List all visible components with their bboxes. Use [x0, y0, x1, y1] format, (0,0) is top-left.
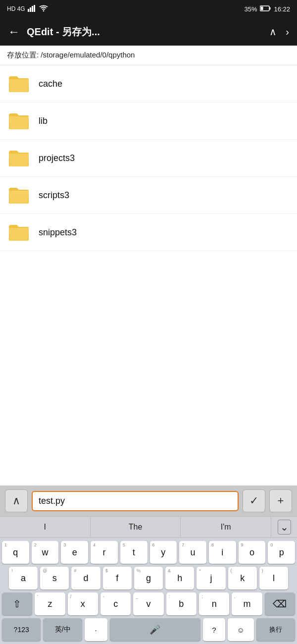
key-e[interactable]: 3e [61, 541, 88, 564]
autocomplete-item-I[interactable]: I [0, 517, 91, 537]
nav-next-button[interactable]: › [286, 26, 289, 38]
key-b[interactable]: :b [166, 592, 197, 615]
filename-input[interactable] [32, 491, 239, 511]
folder-icon [8, 74, 30, 93]
key-g[interactable]: %g [134, 567, 163, 590]
key-j[interactable]: *j [197, 567, 225, 590]
key-a[interactable]: !a [9, 567, 38, 590]
svg-rect-1 [30, 7, 31, 12]
keyboard-row-1: 1q 2w 3e 4r 5t 6y 7u 8i 9o 0p [2, 541, 295, 564]
key-r[interactable]: 4r [91, 541, 118, 564]
shift-key[interactable]: ⇧ [2, 592, 32, 615]
key-n[interactable]: ;n [199, 592, 229, 615]
dismiss-icon: ⌄ [278, 520, 291, 535]
signal-icon [28, 5, 37, 13]
folder-icon [8, 186, 30, 205]
key-i[interactable]: 8i [209, 541, 236, 564]
svg-rect-6 [270, 7, 271, 9]
folder-name: lib [39, 116, 48, 126]
space-key[interactable]: 🎤 [110, 618, 200, 641]
list-item[interactable]: cache [0, 65, 297, 103]
time-label: 16:22 [274, 5, 290, 13]
period-key[interactable]: · [85, 618, 107, 641]
autocomplete-bar: I The I'm ⌄ [0, 516, 297, 538]
keyboard-row-2: !a @s #d $f %g &h *j (k )l [2, 567, 295, 590]
battery-label: 35% [244, 5, 257, 13]
numbers-key[interactable]: ?123 [2, 618, 41, 641]
key-h[interactable]: &h [165, 567, 194, 590]
key-w[interactable]: 2w [32, 541, 59, 564]
key-v[interactable]: _v [133, 592, 163, 615]
key-y[interactable]: 6y [150, 541, 177, 564]
key-t[interactable]: 5t [120, 541, 148, 564]
list-item[interactable]: projects3 [0, 140, 297, 177]
svg-rect-2 [32, 6, 33, 12]
confirm-button[interactable]: ✓ [243, 489, 265, 512]
folder-icon [8, 223, 30, 242]
status-right: 35% 16:22 [244, 5, 290, 13]
keyboard: 1q 2w 3e 4r 5t 6y 7u 8i 9o 0p !a @s #d $… [0, 538, 297, 644]
key-s[interactable]: @s [40, 567, 69, 590]
back-button[interactable]: ← [8, 25, 20, 39]
path-bar: 存放位置: /storage/emulated/0/qpython [0, 46, 297, 65]
svg-rect-0 [28, 9, 29, 12]
key-c[interactable]: -c [100, 592, 131, 615]
key-p[interactable]: 0p [268, 541, 295, 564]
key-k[interactable]: (k [228, 567, 257, 590]
enter-key[interactable]: 换行 [256, 618, 295, 641]
wifi-icon [39, 5, 48, 13]
key-z[interactable]: 'z [35, 592, 65, 615]
keyboard-row-3: ⇧ 'z /x -c _v :b ;n ,m ⌫ [2, 592, 295, 615]
add-button[interactable]: + [269, 489, 292, 512]
file-list: cache lib projects3 scripts3 snippets3 [0, 65, 297, 485]
list-item[interactable]: lib [0, 103, 297, 140]
autocomplete-item-Im[interactable]: I'm [181, 517, 271, 537]
key-u[interactable]: 7u [179, 541, 206, 564]
list-item[interactable]: snippets3 [0, 214, 297, 251]
key-m[interactable]: ,m [232, 592, 262, 615]
key-l[interactable]: )l [259, 567, 288, 590]
lang-switch-key[interactable]: 英/中 [43, 618, 82, 641]
key-o[interactable]: 9o [239, 541, 266, 564]
list-item[interactable]: scripts3 [0, 177, 297, 214]
carrier-label: HD 4G [7, 5, 25, 12]
key-d[interactable]: #d [71, 567, 100, 590]
page-title: QEdit - 另存为... [27, 25, 260, 39]
folder-name: projects3 [39, 153, 75, 163]
key-f[interactable]: $f [103, 567, 132, 590]
status-bar: HD 4G 35% 16:22 [0, 0, 297, 18]
backspace-key[interactable]: ⌫ [265, 592, 295, 615]
emoji-key[interactable]: ☺ [228, 618, 253, 641]
key-q[interactable]: 1q [2, 541, 29, 564]
directory-up-button[interactable]: ∧ [5, 489, 28, 512]
status-left: HD 4G [7, 5, 48, 13]
folder-icon [8, 111, 30, 130]
title-bar: ← QEdit - 另存为... ∧ › [0, 18, 297, 46]
filename-bar: ∧ ✓ + [0, 485, 297, 516]
folder-name: snippets3 [39, 227, 77, 238]
battery-icon [260, 5, 271, 13]
folder-icon [8, 149, 30, 167]
key-x[interactable]: /x [68, 592, 98, 615]
autocomplete-item-The[interactable]: The [91, 517, 181, 537]
svg-rect-3 [34, 5, 35, 12]
svg-rect-7 [261, 6, 263, 10]
svg-point-4 [43, 10, 44, 11]
nav-up-button[interactable]: ∧ [269, 26, 277, 38]
folder-name: scripts3 [39, 190, 69, 201]
question-key[interactable]: ? [203, 618, 226, 641]
folder-name: cache [39, 79, 62, 89]
keyboard-row-4: ?123 英/中 · 🎤 ? ☺ 换行 [2, 618, 295, 641]
autocomplete-dismiss-button[interactable]: ⌄ [271, 517, 297, 537]
path-label: 存放位置: /storage/emulated/0/qpython [7, 51, 135, 59]
